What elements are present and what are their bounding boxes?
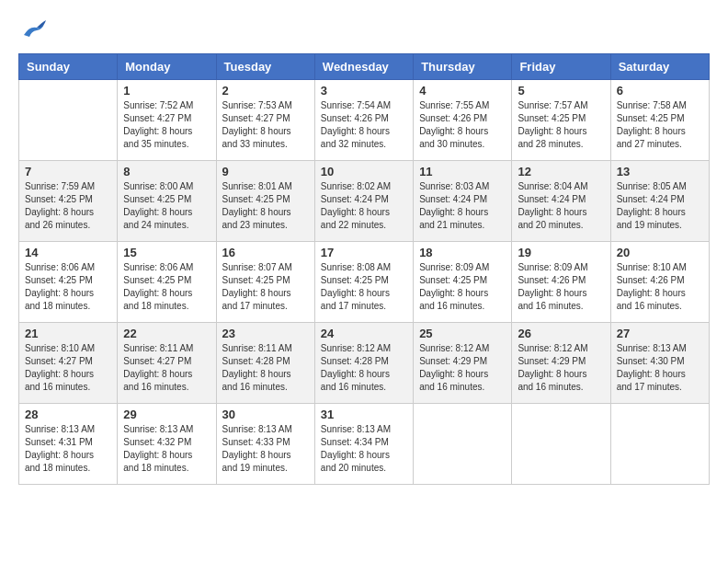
calendar-cell: 18Sunrise: 8:09 AM Sunset: 4:25 PM Dayli…: [414, 242, 512, 323]
weekday-header-friday: Friday: [512, 54, 610, 80]
calendar-cell: 31Sunrise: 8:13 AM Sunset: 4:34 PM Dayli…: [314, 404, 413, 485]
logo: [18, 18, 46, 39]
logo-bird-icon: [20, 18, 46, 39]
calendar-cell: 22Sunrise: 8:11 AM Sunset: 4:27 PM Dayli…: [118, 323, 216, 404]
calendar-week-row: 7Sunrise: 7:59 AM Sunset: 4:25 PM Daylig…: [19, 161, 710, 242]
day-info: Sunrise: 7:57 AM Sunset: 4:25 PM Dayligh…: [518, 99, 604, 151]
day-number: 11: [419, 165, 506, 178]
day-info: Sunrise: 7:59 AM Sunset: 4:25 PM Dayligh…: [25, 180, 111, 232]
calendar-cell: [512, 404, 610, 485]
day-info: Sunrise: 8:13 AM Sunset: 4:32 PM Dayligh…: [123, 423, 210, 475]
day-number: 21: [25, 327, 111, 340]
calendar-cell: [414, 404, 512, 485]
calendar-cell: 30Sunrise: 8:13 AM Sunset: 4:33 PM Dayli…: [216, 404, 314, 485]
calendar-cell: 7Sunrise: 7:59 AM Sunset: 4:25 PM Daylig…: [19, 161, 118, 242]
calendar-cell: 5Sunrise: 7:57 AM Sunset: 4:25 PM Daylig…: [512, 80, 610, 161]
calendar-cell: 24Sunrise: 8:12 AM Sunset: 4:28 PM Dayli…: [314, 323, 413, 404]
calendar-cell: 25Sunrise: 8:12 AM Sunset: 4:29 PM Dayli…: [414, 323, 512, 404]
calendar-cell: 16Sunrise: 8:07 AM Sunset: 4:25 PM Dayli…: [216, 242, 314, 323]
day-number: 28: [25, 408, 111, 421]
calendar-cell: 9Sunrise: 8:01 AM Sunset: 4:25 PM Daylig…: [216, 161, 314, 242]
day-info: Sunrise: 7:52 AM Sunset: 4:27 PM Dayligh…: [123, 99, 210, 151]
day-number: 2: [222, 84, 309, 98]
day-number: 8: [123, 165, 210, 178]
day-info: Sunrise: 8:09 AM Sunset: 4:25 PM Dayligh…: [419, 261, 506, 313]
calendar-cell: 14Sunrise: 8:06 AM Sunset: 4:25 PM Dayli…: [19, 242, 118, 323]
day-number: 25: [419, 327, 506, 340]
calendar-table: SundayMondayTuesdayWednesdayThursdayFrid…: [18, 53, 710, 485]
day-info: Sunrise: 8:05 AM Sunset: 4:24 PM Dayligh…: [617, 180, 703, 232]
weekday-header-monday: Monday: [118, 54, 216, 80]
day-info: Sunrise: 8:10 AM Sunset: 4:27 PM Dayligh…: [25, 342, 111, 394]
day-number: 31: [321, 408, 407, 421]
day-number: 29: [123, 408, 210, 421]
day-number: 5: [518, 84, 604, 98]
calendar-week-row: 14Sunrise: 8:06 AM Sunset: 4:25 PM Dayli…: [19, 242, 710, 323]
day-number: 18: [419, 246, 506, 259]
calendar-cell: 4Sunrise: 7:55 AM Sunset: 4:26 PM Daylig…: [414, 80, 512, 161]
calendar-week-row: 28Sunrise: 8:13 AM Sunset: 4:31 PM Dayli…: [19, 404, 710, 485]
day-info: Sunrise: 8:13 AM Sunset: 4:31 PM Dayligh…: [25, 423, 111, 475]
calendar-cell: [610, 404, 709, 485]
day-number: 9: [222, 165, 309, 178]
day-number: 3: [321, 84, 407, 98]
weekday-header-tuesday: Tuesday: [216, 54, 314, 80]
day-number: 7: [25, 165, 111, 178]
day-number: 19: [518, 246, 604, 259]
day-number: 26: [518, 327, 604, 340]
calendar-cell: 6Sunrise: 7:58 AM Sunset: 4:25 PM Daylig…: [610, 80, 709, 161]
weekday-header-row: SundayMondayTuesdayWednesdayThursdayFrid…: [19, 54, 710, 80]
day-info: Sunrise: 8:01 AM Sunset: 4:25 PM Dayligh…: [222, 180, 309, 232]
calendar-week-row: 1Sunrise: 7:52 AM Sunset: 4:27 PM Daylig…: [19, 80, 710, 161]
day-number: 17: [321, 246, 407, 259]
calendar-cell: 11Sunrise: 8:03 AM Sunset: 4:24 PM Dayli…: [414, 161, 512, 242]
calendar-cell: 20Sunrise: 8:10 AM Sunset: 4:26 PM Dayli…: [610, 242, 709, 323]
calendar-cell: 10Sunrise: 8:02 AM Sunset: 4:24 PM Dayli…: [314, 161, 413, 242]
day-info: Sunrise: 8:12 AM Sunset: 4:29 PM Dayligh…: [518, 342, 604, 394]
day-number: 4: [419, 84, 506, 98]
calendar-cell: 27Sunrise: 8:13 AM Sunset: 4:30 PM Dayli…: [610, 323, 709, 404]
day-info: Sunrise: 8:09 AM Sunset: 4:26 PM Dayligh…: [518, 261, 604, 313]
day-info: Sunrise: 8:13 AM Sunset: 4:33 PM Dayligh…: [222, 423, 309, 475]
calendar-cell: 8Sunrise: 8:00 AM Sunset: 4:25 PM Daylig…: [118, 161, 216, 242]
day-number: 1: [123, 84, 210, 98]
day-info: Sunrise: 8:07 AM Sunset: 4:25 PM Dayligh…: [222, 261, 309, 313]
day-info: Sunrise: 8:06 AM Sunset: 4:25 PM Dayligh…: [123, 261, 210, 313]
day-info: Sunrise: 8:03 AM Sunset: 4:24 PM Dayligh…: [419, 180, 506, 232]
day-info: Sunrise: 8:08 AM Sunset: 4:25 PM Dayligh…: [321, 261, 407, 313]
weekday-header-thursday: Thursday: [414, 54, 512, 80]
day-info: Sunrise: 7:53 AM Sunset: 4:27 PM Dayligh…: [222, 99, 309, 151]
calendar-cell: 28Sunrise: 8:13 AM Sunset: 4:31 PM Dayli…: [19, 404, 118, 485]
calendar-cell: 26Sunrise: 8:12 AM Sunset: 4:29 PM Dayli…: [512, 323, 610, 404]
day-number: 13: [617, 165, 703, 178]
day-info: Sunrise: 8:10 AM Sunset: 4:26 PM Dayligh…: [617, 261, 703, 313]
day-number: 30: [222, 408, 309, 421]
calendar-cell: 13Sunrise: 8:05 AM Sunset: 4:24 PM Dayli…: [610, 161, 709, 242]
calendar-cell: 17Sunrise: 8:08 AM Sunset: 4:25 PM Dayli…: [314, 242, 413, 323]
calendar-cell: 12Sunrise: 8:04 AM Sunset: 4:24 PM Dayli…: [512, 161, 610, 242]
day-number: 27: [617, 327, 703, 340]
day-info: Sunrise: 8:13 AM Sunset: 4:30 PM Dayligh…: [617, 342, 703, 394]
day-number: 23: [222, 327, 309, 340]
day-info: Sunrise: 7:54 AM Sunset: 4:26 PM Dayligh…: [321, 99, 407, 151]
day-info: Sunrise: 8:04 AM Sunset: 4:24 PM Dayligh…: [518, 180, 604, 232]
day-number: 6: [617, 84, 703, 98]
day-number: 16: [222, 246, 309, 259]
calendar-cell: 29Sunrise: 8:13 AM Sunset: 4:32 PM Dayli…: [118, 404, 216, 485]
day-number: 24: [321, 327, 407, 340]
calendar-cell: 2Sunrise: 7:53 AM Sunset: 4:27 PM Daylig…: [216, 80, 314, 161]
day-number: 14: [25, 246, 111, 259]
day-number: 10: [321, 165, 407, 178]
calendar-week-row: 21Sunrise: 8:10 AM Sunset: 4:27 PM Dayli…: [19, 323, 710, 404]
page-header: [18, 18, 710, 39]
day-number: 22: [123, 327, 210, 340]
calendar-cell: [19, 80, 118, 161]
calendar-cell: 19Sunrise: 8:09 AM Sunset: 4:26 PM Dayli…: [512, 242, 610, 323]
day-number: 15: [123, 246, 210, 259]
day-info: Sunrise: 7:55 AM Sunset: 4:26 PM Dayligh…: [419, 99, 506, 151]
day-number: 20: [617, 246, 703, 259]
calendar-cell: 21Sunrise: 8:10 AM Sunset: 4:27 PM Dayli…: [19, 323, 118, 404]
weekday-header-wednesday: Wednesday: [314, 54, 413, 80]
weekday-header-saturday: Saturday: [610, 54, 709, 80]
day-info: Sunrise: 8:11 AM Sunset: 4:27 PM Dayligh…: [123, 342, 210, 394]
